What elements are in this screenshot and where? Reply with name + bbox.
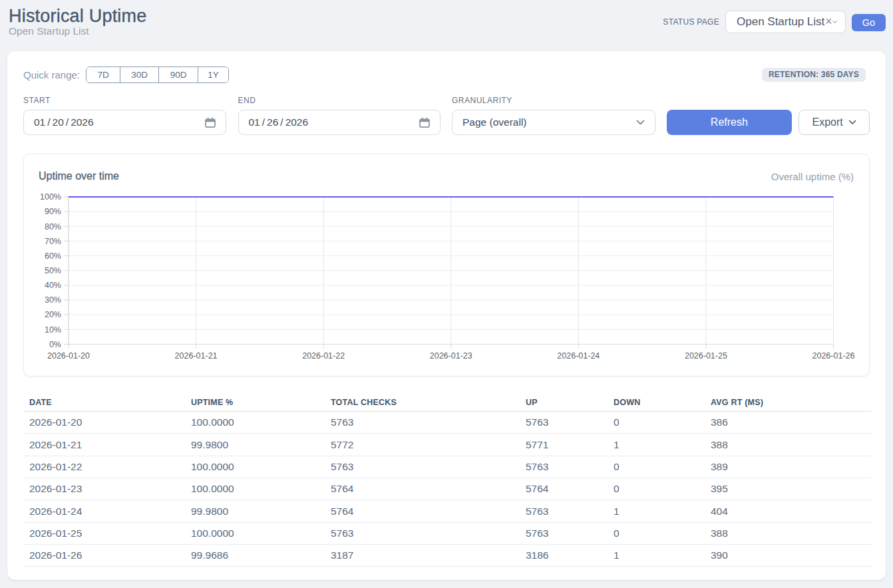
svg-text:60%: 60%: [45, 251, 61, 261]
svg-text:100%: 100%: [40, 192, 61, 202]
svg-text:2026-01-20: 2026-01-20: [47, 351, 90, 361]
svg-text:2026-01-24: 2026-01-24: [557, 351, 600, 361]
svg-text:2026-01-22: 2026-01-22: [302, 351, 345, 361]
svg-text:30%: 30%: [45, 295, 61, 305]
svg-text:50%: 50%: [45, 266, 61, 275]
svg-text:90%: 90%: [45, 207, 61, 216]
svg-text:2026-01-26: 2026-01-26: [812, 351, 855, 361]
svg-text:10%: 10%: [45, 325, 61, 335]
svg-text:80%: 80%: [45, 222, 61, 231]
svg-text:2026-01-21: 2026-01-21: [175, 351, 218, 361]
svg-text:2026-01-25: 2026-01-25: [685, 351, 727, 361]
svg-text:20%: 20%: [45, 310, 61, 319]
svg-text:70%: 70%: [45, 237, 61, 246]
svg-text:40%: 40%: [45, 281, 61, 290]
svg-text:2026-01-23: 2026-01-23: [430, 351, 472, 361]
svg-text:0%: 0%: [49, 340, 61, 349]
